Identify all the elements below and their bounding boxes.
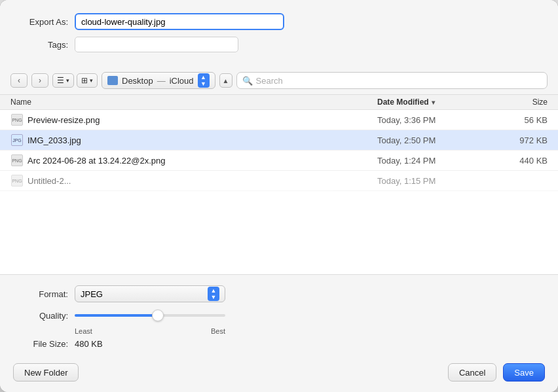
save-button[interactable]: Save <box>503 363 545 382</box>
back-button[interactable]: ‹ <box>10 73 28 88</box>
col-date-header[interactable]: Date Modified ▾ <box>377 98 495 107</box>
forward-button[interactable]: › <box>31 73 48 88</box>
file-name: Untitled-2... <box>28 176 377 186</box>
file-date: Today, 2:50 PM <box>377 135 495 145</box>
format-label: Format: <box>16 289 75 299</box>
list-chevron-icon: ▾ <box>66 77 69 84</box>
tags-row: Tags: <box>16 37 542 52</box>
slider-track <box>75 314 225 317</box>
export-as-row: Export As: <box>16 13 542 30</box>
file-name: Arc 2024-06-28 at 13.24.22@2x.png <box>28 156 377 166</box>
file-list-header: Name Date Modified ▾ Size <box>0 95 558 110</box>
file-date: Today, 3:36 PM <box>377 115 495 125</box>
jpg-icon: JPG <box>11 134 23 146</box>
location-button[interactable]: Desktop — iCloud ▲ ▼ <box>102 72 215 89</box>
tags-label: Tags: <box>16 40 75 50</box>
png-icon: PNG <box>11 114 23 126</box>
table-row[interactable]: PNG Untitled-2... Today, 1:15 PM <box>0 171 558 191</box>
grid-icon: ⊞ <box>81 76 88 85</box>
png-icon: PNG <box>11 175 23 187</box>
table-row[interactable]: JPG IMG_2033.jpg Today, 2:50 PM 972 KB <box>0 130 558 151</box>
tags-input[interactable] <box>75 37 238 52</box>
quality-slider[interactable] <box>75 309 225 322</box>
slider-fill <box>75 314 158 317</box>
location-separator: — <box>157 76 166 86</box>
file-date: Today, 1:24 PM <box>377 156 495 166</box>
view-options: ☰ ▾ ⊞ ▾ <box>52 73 98 88</box>
col-size-header: Size <box>495 98 548 107</box>
list-view-button[interactable]: ☰ ▾ <box>52 73 74 88</box>
folder-icon <box>107 76 118 85</box>
quality-least-label: Least <box>75 327 92 335</box>
quality-best-label: Best <box>211 327 225 335</box>
footer: New Folder Cancel Save <box>0 357 558 392</box>
collapse-button[interactable]: ▲ <box>219 73 232 88</box>
slider-thumb[interactable] <box>152 310 164 321</box>
location-cloud: iCloud <box>170 76 194 86</box>
format-select[interactable]: JPEG ▲ ▼ <box>75 285 225 302</box>
format-row: Format: JPEG ▲ ▼ <box>16 285 542 302</box>
filesize-label: File Size: <box>16 339 75 349</box>
quality-labels: Least Best <box>75 326 225 336</box>
file-date: Today, 1:15 PM <box>377 176 495 186</box>
quality-row: Quality: <box>16 309 542 322</box>
toolbar: ‹ › ☰ ▾ ⊞ ▾ Desktop — iCloud ▲ ▼ ▲ 🔍 <box>0 67 558 95</box>
filesize-value: 480 KB <box>75 339 103 349</box>
file-icon: PNG <box>10 113 24 126</box>
search-box[interactable]: 🔍 Search <box>236 72 548 89</box>
file-size: 440 KB <box>495 156 548 166</box>
sort-arrow-icon: ▾ <box>432 99 435 106</box>
export-dialog: Export As: Tags: ‹ › ☰ ▾ ⊞ ▾ Desktop — i… <box>0 0 558 392</box>
file-name: Preview-resize.png <box>28 115 377 125</box>
file-list-section: Name Date Modified ▾ Size PNG Preview-re… <box>0 95 558 274</box>
search-placeholder: Search <box>256 76 283 86</box>
grid-chevron-icon: ▾ <box>90 77 93 84</box>
table-row[interactable]: PNG Arc 2024-06-28 at 13.24.22@2x.png To… <box>0 151 558 171</box>
quality-label: Quality: <box>16 311 75 321</box>
file-icon: JPG <box>10 134 24 147</box>
new-folder-button[interactable]: New Folder <box>13 363 79 382</box>
export-as-label: Export As: <box>16 17 75 27</box>
location-name: Desktop <box>122 76 153 86</box>
grid-view-button[interactable]: ⊞ ▾ <box>77 73 98 88</box>
format-value: JPEG <box>81 289 103 299</box>
cancel-button[interactable]: Cancel <box>448 363 496 382</box>
top-section: Export As: Tags: <box>0 0 558 67</box>
format-stepper-icon: ▲ ▼ <box>208 287 219 301</box>
filesize-row: File Size: 480 KB <box>16 339 542 349</box>
col-name-header: Name <box>10 98 377 107</box>
file-icon: PNG <box>10 154 24 167</box>
file-icon: PNG <box>10 174 24 187</box>
location-stepper-icon: ▲ ▼ <box>198 73 210 88</box>
png-icon: PNG <box>11 154 23 166</box>
file-size: 56 KB <box>495 115 548 125</box>
list-icon: ☰ <box>57 76 64 85</box>
table-row[interactable]: PNG Preview-resize.png Today, 3:36 PM 56… <box>0 110 558 130</box>
bottom-panel: Format: JPEG ▲ ▼ Quality: Least Best <box>0 274 558 357</box>
footer-right: Cancel Save <box>448 363 545 382</box>
search-icon: 🔍 <box>242 76 253 86</box>
file-name: IMG_2033.jpg <box>28 135 377 145</box>
filename-input[interactable] <box>75 13 284 30</box>
file-size: 972 KB <box>495 135 548 145</box>
